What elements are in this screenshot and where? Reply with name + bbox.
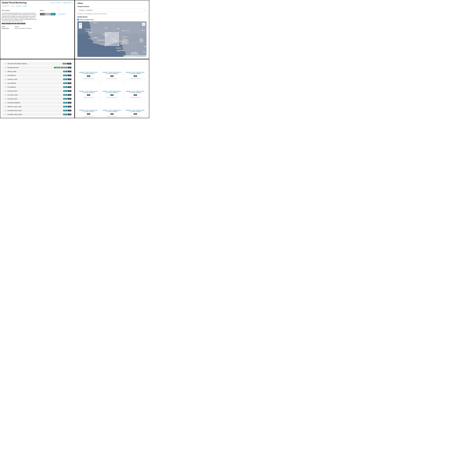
selection-handle[interactable] (105, 45, 106, 46)
item-card[interactable]: ENSEMBLE_FLOOD_20200314T175311_VV_AF020M… (78, 100, 100, 118)
item-title[interactable]: ENSEMBLE_FLOOD_20200316T051342_VV_AF020M… (101, 91, 123, 93)
asset-name: advisory_flags (7, 71, 16, 72)
item-card[interactable]: ENSEMBLE_FLOOD_20200316T051342_VV_AF020M… (101, 62, 123, 80)
asset-row[interactable]: advisory_flags DATACOG (2, 70, 72, 73)
description-heading: Description (2, 9, 37, 11)
temporal-extent-input[interactable]: 2/4/2020 ~ 3/18/2020 × (77, 8, 146, 12)
attribution-separator: | (130, 56, 130, 57)
asset-row[interactable]: reference_water_mask DATACOG (2, 105, 72, 108)
metadata-label: License (2, 26, 14, 27)
page-title: Global Flood Monitoring (2, 1, 27, 4)
item-thumbnail (78, 100, 99, 110)
asset-row[interactable]: list_likelihood DATACOG (2, 85, 72, 89)
language-button[interactable]: Language: English (61, 2, 73, 4)
item-card[interactable]: ENSEMBLE_FLOOD_20200316T173643_VV_AF020M… (101, 100, 123, 118)
asset-name: ensemble_flood_extent (7, 110, 22, 111)
browse-button[interactable]: Browse (15, 5, 22, 7)
item-datetime: 3/14/2020, 5:53:11 PM UTC (78, 115, 99, 118)
item-thumbnail (124, 100, 146, 110)
spatial-filter-label: Filter by spatial extent (80, 19, 94, 20)
item-card[interactable]: ENSEMBLE_FLOOD_20200316T173823_VV_AF020M… (124, 81, 146, 99)
next-page-button[interactable]: Next › (51, 13, 55, 15)
previous-page-button[interactable]: ‹ Previous (45, 13, 51, 15)
item-title[interactable]: ENSEMBLE_FLOOD_20200314T175311_VV_AF020M… (78, 72, 99, 74)
items-grid-panel: ENSEMBLE_FLOOD_20200314T175311_VV_AF020M… (75, 59, 149, 118)
selection-handle[interactable] (105, 32, 106, 33)
attribution-suffix: contributors. (139, 56, 146, 57)
item-title[interactable]: ENSEMBLE_FLOOD_20200316T051342_VV_AF020M… (101, 72, 123, 74)
asset-row[interactable]: ensemble_likelihood DATACOG (2, 101, 72, 104)
asset-row[interactable]: dlr_flood_extent DATACOG (2, 89, 72, 93)
share-button[interactable]: Share (55, 2, 61, 4)
item-datetime: 3/16/2020, 5:36:43 PM UTC (101, 115, 123, 118)
selection-handle[interactable] (118, 32, 119, 33)
selection-handle[interactable] (118, 45, 119, 46)
shown-badge: ✓SHOWN (54, 67, 60, 68)
format-badge: COG (68, 110, 71, 111)
checkbox-checked-icon: ✓ (77, 19, 79, 20)
item-card[interactable]: ENSEMBLE_FLOOD_20200314T175311_VV_AF020M… (78, 81, 100, 99)
format-badge: COG (68, 71, 71, 72)
item-title[interactable]: ENSEMBLE_FLOOD_20200316T173823_VV_AF020M… (124, 72, 146, 74)
asset-row[interactable]: tuw_flood_extent DATACOG (2, 93, 72, 97)
chevron-right-icon (5, 102, 6, 103)
search-button[interactable]: Search (22, 5, 28, 7)
item-datetime: 3/16/2020, 5:13:42 AM UTC (101, 78, 123, 80)
data-badge: DATA (63, 90, 67, 92)
item-title[interactable]: ENSEMBLE_FLOOD_20200316T173823_VV_AF020M… (124, 110, 146, 112)
item-title[interactable]: ENSEMBLE_FLOOD_20200316T173823_VV_AF020M… (124, 91, 146, 93)
asset-row[interactable]: exclusion_mask DATACOG (2, 78, 72, 81)
asset-row[interactable]: dlr_likelihood DATACOG (2, 74, 72, 77)
zoom-in-button[interactable]: + (79, 23, 82, 26)
format-badge: COG (68, 114, 71, 115)
search-icon (22, 6, 23, 7)
asset-row[interactable]: list_flood_extent DATACOG (2, 97, 72, 100)
item-datetime: 3/14/2020, 5:53:11 PM UTC (78, 78, 99, 80)
source-button[interactable]: Source (49, 2, 55, 4)
zoom-out-button[interactable]: − (79, 26, 82, 28)
items-pagination: « First ‹ Previous Next › Show Filters (40, 13, 73, 15)
app-root: Global Flood Monitoring Source Share (0, 0, 149, 118)
item-card[interactable]: ENSEMBLE_FLOOD_20200316T173823_VV_AF020M… (124, 62, 146, 80)
tag: flood (17, 23, 20, 24)
asset-name: reference_water_mask (7, 106, 21, 107)
metadata-row: License proprietary (2, 26, 37, 27)
first-page-button[interactable]: « First (40, 13, 45, 15)
asset-row[interactable]: TileJSON with default rendering TILESJSO… (2, 62, 72, 65)
metadata-label: Temporal Extent (2, 28, 14, 29)
data-badge: DATA (63, 78, 67, 80)
data-badge: DATA (63, 114, 67, 115)
map[interactable]: موريتانيا Nouakchott نواكشوط Mali Niger … (77, 21, 146, 57)
temporal-extent-heading: Temporal Extent (77, 6, 146, 7)
fullscreen-button[interactable] (142, 23, 145, 26)
map-attribution: Leaflet | © OpenStreetMap contributors. (123, 55, 146, 57)
clear-date-icon[interactable]: × (144, 9, 145, 11)
pagination-group: « First ‹ Previous Next › (40, 13, 55, 15)
chevron-down-icon (72, 2, 72, 3)
items-heading: Items (40, 9, 73, 11)
osm-link[interactable]: OpenStreetMap (131, 56, 139, 57)
item-card[interactable]: ENSEMBLE_FLOOD_20200314T175311_VV_AF020M… (78, 62, 100, 80)
asset-row[interactable]: ensemble_flood_extent DATACOG (2, 109, 72, 112)
item-card[interactable]: ENSEMBLE_FLOOD_20200316T173823_VV_AF020M… (124, 100, 146, 118)
spatial-extent-heading: Spatial Extent (77, 16, 146, 18)
leaflet-link[interactable]: Leaflet (126, 56, 129, 57)
spatial-selection-rectangle[interactable] (105, 32, 119, 46)
item-title[interactable]: ENSEMBLE_FLOOD_20200314T175311_VV_AF020M… (78, 110, 99, 112)
asset-row[interactable]: ensemble_water_extent DATACOG (2, 113, 72, 116)
item-title[interactable]: ENSEMBLE_FLOOD_20200314T175311_VV_AF020M… (78, 91, 99, 93)
asset-name: dlr_flood_extent (7, 90, 17, 92)
spatial-filter-checkbox[interactable]: ✓ Filter by spatial extent (77, 19, 146, 20)
asset-row[interactable]: tuw_likelihood DATACOG (2, 82, 72, 85)
item-card[interactable]: ENSEMBLE_FLOOD_20200316T051342_VV_AF020M… (101, 81, 123, 99)
up-button[interactable]: Up (10, 5, 15, 7)
show-filters-button[interactable]: Show Filters (57, 13, 66, 15)
metadata-value: proprietary (14, 26, 37, 27)
item-datetime: 3/14/2020, 5:53:11 PM UTC (78, 96, 99, 99)
chevron-right-icon (5, 114, 6, 115)
data-badge: DATA (63, 98, 67, 99)
item-title[interactable]: ENSEMBLE_FLOOD_20200316T173643_VV_AF020M… (101, 110, 123, 112)
format-badge: COG (68, 102, 71, 104)
asset-row[interactable]: Rendered preview ✓SHOWNOVERVIEWPNG (2, 66, 72, 69)
breadcrumb-catalog-link[interactable]: stac.eodc.eu (3, 5, 9, 7)
